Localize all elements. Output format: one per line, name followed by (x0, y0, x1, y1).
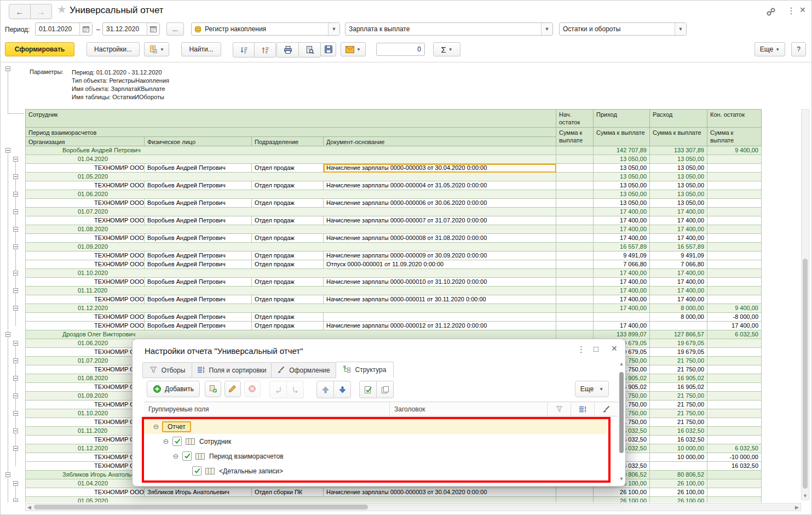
dialog-scrollbar[interactable]: ▲ ▼ (618, 360, 625, 483)
cell-inc[interactable]: 142 707,89 (594, 146, 650, 155)
cell-inc[interactable]: 17 400,00 (594, 216, 650, 225)
cell-exp[interactable]: 133 307,89 (650, 146, 707, 155)
cell-end[interactable]: 9 400,00 (707, 146, 762, 155)
cell-beg[interactable] (556, 216, 594, 225)
cell-beg[interactable] (556, 322, 594, 330)
cell-beg[interactable] (556, 313, 594, 322)
cell-document[interactable]: Начисление зарплаты 0000-000009 от 30.09… (324, 251, 556, 260)
cell-exp[interactable]: 21 750,00 (650, 365, 707, 374)
cell-person[interactable]: Воробьев Андрей Петрович (145, 216, 252, 225)
cell-organization[interactable]: ТЕХНОМИР ООО (25, 365, 145, 374)
tree-checkbox[interactable] (192, 466, 201, 476)
structure-tree-row[interactable]: ⊖Отчет (144, 419, 607, 434)
cell-department[interactable]: Отдел продаж (252, 260, 324, 269)
cell-beg[interactable] (556, 287, 594, 295)
cell-exp[interactable]: 21 750,00 (650, 357, 707, 365)
cell-inc[interactable]: 7 066,80 (594, 260, 650, 269)
collapse-expander[interactable] (13, 271, 18, 276)
cell-exp[interactable]: 80 806,52 (650, 471, 707, 479)
date-row-label[interactable]: 01.05.2020 (25, 497, 556, 502)
move-up-icon[interactable] (316, 381, 334, 398)
cell-beg[interactable] (556, 181, 594, 190)
cell-exp[interactable]: 26 100,00 (650, 488, 707, 497)
cell-beg[interactable] (556, 243, 594, 251)
cell-exp[interactable]: 13 050,00 (650, 173, 707, 181)
dialog-close-icon[interactable]: ✕ (611, 344, 618, 353)
cell-end[interactable]: 16 032,50 (707, 462, 762, 471)
cell-exp[interactable]: 13 050,00 (650, 190, 707, 199)
cell-person[interactable]: Воробьев Андрей Петрович (145, 199, 252, 208)
cell-document[interactable]: Начисление зарплаты 0000-000003 от 30.04… (324, 488, 556, 497)
cell-person[interactable]: Воробьев Андрей Петрович (145, 260, 252, 269)
cell-beg[interactable] (556, 330, 594, 339)
cell-document[interactable]: Начисление зарплаты 0000-000012 от 31.12… (324, 322, 556, 330)
cell-exp[interactable]: 17 400,00 (650, 269, 707, 278)
cell-exp[interactable]: 17 400,00 (650, 208, 707, 216)
cell-end[interactable] (707, 339, 762, 348)
horizontal-scrollbar-thumb[interactable] (34, 505, 368, 510)
cell-organization[interactable]: ТЕХНОМИР ООО (25, 348, 145, 357)
cell-person[interactable]: Воробьев Андрей Петрович (145, 313, 252, 322)
cell-inc[interactable]: 133 899,07 (594, 330, 650, 339)
cell-document[interactable]: Начисление зарплаты 0000-000006 от 30.06… (324, 199, 556, 208)
cell-exp[interactable]: 13 050,00 (650, 164, 707, 173)
cell-beg[interactable] (556, 173, 594, 181)
cell-organization[interactable]: ТЕХНОМИР ООО (25, 322, 145, 330)
cell-beg[interactable] (556, 155, 594, 164)
cell-end[interactable] (707, 251, 762, 260)
cell-inc[interactable]: 26 100,00 (594, 488, 650, 497)
horizontal-scrollbar[interactable]: ◀ ▶ (25, 503, 801, 511)
cell-person[interactable]: Воробьев Андрей Петрович (145, 278, 252, 287)
cell-department[interactable]: Отдел продаж (252, 278, 324, 287)
date-row-label[interactable]: 01.06.2020 (25, 190, 556, 199)
cell-beg[interactable] (556, 295, 594, 304)
scroll-right-icon[interactable]: ▶ (795, 505, 799, 510)
cell-department[interactable]: Отдел продаж (252, 164, 324, 173)
cell-end[interactable] (707, 234, 762, 243)
cell-inc[interactable]: 17 400,00 (594, 269, 650, 278)
cell-beg[interactable] (556, 278, 594, 287)
cell-organization[interactable]: ТЕХНОМИР ООО (25, 418, 145, 427)
cell-inc[interactable]: 16 557,89 (594, 243, 650, 251)
cell-exp[interactable]: 26 100,00 (650, 497, 707, 502)
move-out-icon[interactable] (287, 381, 304, 398)
cell-organization[interactable]: ТЕХНОМИР ООО (25, 181, 145, 190)
cell-organization[interactable]: ТЕХНОМИР ООО (25, 251, 145, 260)
cell-department[interactable]: Отдел сборки ПК (252, 488, 324, 497)
move-down-icon[interactable] (334, 381, 351, 398)
cell-exp[interactable]: 17 400,00 (650, 234, 707, 243)
cell-exp[interactable]: 17 400,00 (650, 216, 707, 225)
cell-organization[interactable]: ТЕХНОМИР ООО (25, 462, 145, 471)
cell-organization[interactable]: ТЕХНОМИР ООО (25, 295, 145, 304)
add-button[interactable]: Добавить (147, 381, 200, 397)
tree-collapse-icon[interactable]: ⊖ (172, 452, 180, 460)
cell-exp[interactable]: 21 750,00 (650, 418, 707, 427)
cell-beg[interactable] (556, 208, 594, 216)
date-row-label[interactable]: 01.11.2020 (25, 287, 556, 295)
cell-end[interactable] (707, 400, 762, 409)
cell-end[interactable] (707, 164, 762, 173)
cell-exp[interactable]: 8 000,00 (650, 304, 707, 313)
cell-person[interactable]: Воробьев Андрей Петрович (145, 181, 252, 190)
cell-inc[interactable]: 13 050,00 (594, 181, 650, 190)
delete-button[interactable] (244, 381, 261, 397)
cell-end[interactable] (707, 208, 762, 216)
tab-filters[interactable]: Отборы (142, 362, 192, 378)
tab-appearance[interactable]: Оформление (271, 362, 336, 378)
cell-exp[interactable]: 26 100,00 (650, 479, 707, 488)
collapse-expander[interactable] (13, 209, 18, 214)
edit-button[interactable] (224, 381, 241, 397)
cell-beg[interactable] (556, 304, 594, 313)
cell-exp[interactable]: 17 400,00 (650, 295, 707, 304)
collapse-expander[interactable] (13, 227, 18, 232)
cell-exp[interactable]: 127 866,57 (650, 330, 707, 339)
collapse-expander[interactable] (13, 174, 18, 179)
cell-document[interactable]: Начисление зарплаты 0000-000003 от 30.04… (324, 164, 556, 173)
cell-inc[interactable]: 17 400,00 (594, 295, 650, 304)
cell-beg[interactable] (556, 146, 594, 155)
cell-exp[interactable]: 10 000,00 (650, 444, 707, 453)
cell-end[interactable] (707, 409, 762, 418)
cell-end[interactable] (707, 383, 762, 392)
cell-inc[interactable]: 17 400,00 (594, 225, 650, 234)
cell-exp[interactable]: 21 750,00 (650, 409, 707, 418)
